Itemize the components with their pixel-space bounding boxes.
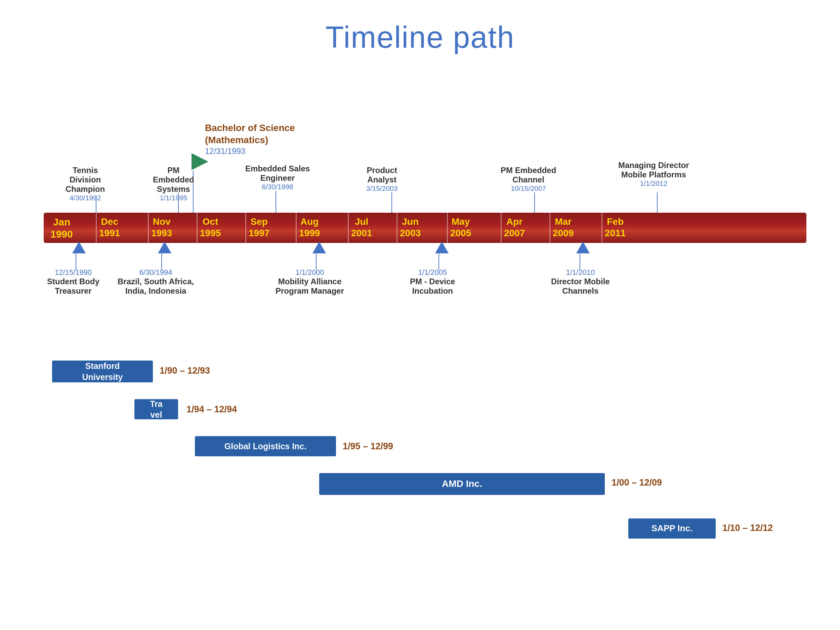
org-bar-global: Global Logistics Inc. (195, 436, 336, 456)
flag-label: Bachelor of Science(Mathematics) 12/31/1… (205, 122, 295, 156)
top-event-3-label: Embedded SalesEngineer 6/30/1998 (245, 164, 310, 191)
bar-label-oct1995: Oct 1995 (200, 216, 221, 238)
bottom-event-4-label: 1/1/2005 PM - DeviceIncubation (410, 268, 455, 296)
page-wrapper: Timeline path Bachelor of Science(Mathem… (0, 0, 840, 505)
bottom-event-4-connector (439, 253, 439, 270)
bottom-event-1-label: 12/15/1990 Student BodyTreasurer (47, 268, 99, 296)
bar-label-feb2011: Feb 2011 (605, 216, 625, 238)
bar-label-dec1991: Dec 1991 (99, 216, 120, 238)
top-event-5-connector (534, 193, 535, 215)
page-title: Timeline path (0, 0, 840, 68)
org-date-stanford: 1/90 – 12/93 (159, 366, 210, 376)
bar-label-mar2009: Mar 2009 (553, 216, 573, 238)
bar-label-jan1990: Jan 1990 (51, 216, 73, 240)
org-bar-amd: AMD Inc. (319, 473, 605, 495)
bottom-event-5-label: 1/1/2010 Director MobileChannels (551, 268, 610, 296)
org-bar-sapp: SAPP Inc. (628, 518, 716, 538)
bottom-event-1-arrow (72, 242, 86, 253)
org-date-sapp: 1/10 – 12/12 (722, 523, 773, 533)
top-event-5-label: PM EmbeddedChannel 10/15/2007 (501, 166, 556, 193)
bottom-event-2-arrow (158, 242, 171, 253)
bottom-event-3-label: 1/1/2000 Mobility AllianceProgram Manage… (276, 268, 344, 296)
bar-label-sep1997: Sep 1997 (249, 216, 270, 238)
org-bar-stanford: StanfordUniversity (52, 360, 153, 382)
bottom-event-2-connector (161, 253, 162, 270)
top-event-3-connector (276, 191, 276, 215)
bar-label-nov1993: Nov 1993 (151, 216, 172, 238)
org-date-global: 1/95 – 12/99 (343, 441, 393, 452)
top-event-1-label: TennisDivisionChampion 4/30/1992 (66, 166, 105, 202)
bottom-event-3-arrow (313, 242, 326, 253)
bar-label-jul2001: Jul 2001 (351, 216, 372, 238)
bar-label-jun2003: Jun 2003 (400, 216, 421, 238)
bar-label-aug1999: Aug 1999 (299, 216, 320, 238)
bottom-event-2-label: 6/30/1994 Brazil, South Africa,India, In… (118, 268, 194, 296)
timeline-container: Bachelor of Science(Mathematics) 12/31/1… (0, 68, 840, 505)
bottom-event-5-connector (579, 253, 580, 270)
bar-label-may2005: May 2005 (450, 216, 471, 238)
bottom-event-4-arrow (435, 242, 448, 253)
bottom-event-5-arrow (576, 242, 590, 253)
org-date-travel: 1/94 – 12/94 (186, 404, 237, 415)
top-event-6-connector (657, 193, 658, 215)
bottom-event-1-connector (76, 253, 76, 270)
top-event-6-label: Managing DirectorMobile Platforms 1/1/20… (618, 161, 689, 188)
top-event-4-connector (392, 193, 392, 215)
org-date-amd: 1/00 – 12/09 (611, 477, 662, 488)
org-bar-travel: Travel (134, 399, 178, 419)
bar-label-apr2007: Apr 2007 (504, 216, 525, 238)
timeline-bar: Jan 1990 Dec 1991 Nov 1993 Oct 1995 (44, 213, 807, 243)
top-event-4-label: ProductAnalyst 3/15/2003 (366, 166, 398, 193)
bottom-event-3-connector (316, 253, 316, 270)
top-event-2-label: PMEmbeddedSystems 1/1/1995 (153, 166, 194, 202)
